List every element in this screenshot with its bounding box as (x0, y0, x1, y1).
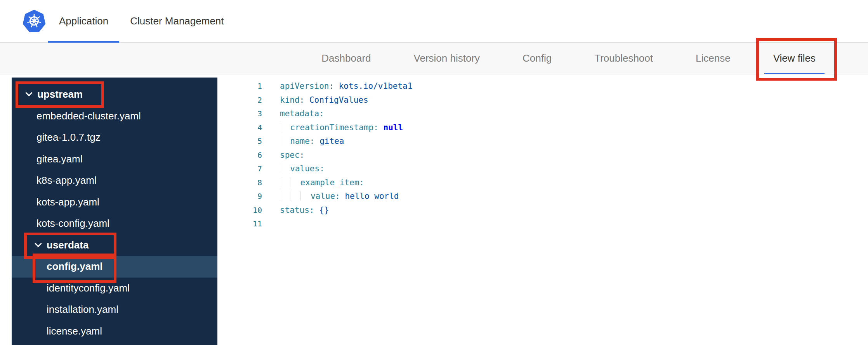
tree-file-k8s-app-yaml[interactable]: k8s-app.yaml (12, 170, 217, 191)
tab-cluster-management[interactable]: Cluster Management (119, 0, 234, 42)
chevron-down-icon (25, 90, 32, 97)
tree-file-gitea-1-0-7-tgz[interactable]: gitea-1.0.7.tgz (12, 127, 217, 148)
chevron-down-icon (35, 240, 42, 247)
yaml-token-key: kind: (280, 95, 304, 105)
line-number: 8 (218, 176, 262, 190)
indent-guide (280, 191, 290, 201)
tree-item-label: identityconfig.yaml (47, 282, 130, 294)
tree-folder-userdata[interactable]: userdata (12, 235, 217, 256)
indent-guide (280, 136, 290, 146)
tree-folder-upstream[interactable]: upstream (12, 84, 217, 105)
indent-guide (280, 178, 290, 187)
line-number: 1 (218, 79, 262, 93)
tree-file-embedded-cluster-yaml[interactable]: embedded-cluster.yaml (12, 105, 217, 127)
tree-item-label: config.yaml (47, 260, 102, 273)
kots-admin-console: ApplicationCluster Management DashboardV… (0, 0, 868, 345)
line-number: 4 (218, 121, 262, 135)
line-number: 7 (218, 162, 262, 176)
code-line-8: 8 example_item: (218, 176, 868, 190)
line-number: 11 (218, 217, 262, 231)
tree-file-config-yaml[interactable]: config.yaml (12, 256, 217, 278)
tree-item-label: gitea-1.0.7.tgz (36, 131, 101, 143)
tree-file-gitea-yaml[interactable]: gitea.yaml (12, 148, 217, 170)
indent-guide (290, 191, 300, 201)
tree-item-label: userdata (47, 239, 89, 251)
code-line-3: 3metadata: (218, 107, 868, 121)
line-number: 3 (218, 107, 262, 121)
line-number: 6 (218, 148, 262, 162)
code-line-10: 10status: {} (218, 204, 868, 217)
indent-guide (290, 178, 300, 187)
code-line-content: metadata: (262, 107, 324, 121)
subnav-item-version-history[interactable]: Version history (392, 43, 502, 74)
line-number: 9 (218, 190, 262, 204)
yaml-token-value: ConfigValues (304, 95, 368, 105)
tree-file-installation-yaml[interactable]: installation.yaml (12, 299, 217, 321)
yaml-token-value: gitea (315, 136, 344, 146)
tree-file-identityconfig-yaml[interactable]: identityconfig.yaml (12, 278, 217, 299)
yaml-token-value: hello world (340, 191, 399, 201)
code-line-11: 11 (218, 217, 868, 231)
tree-file-kots-config-yaml[interactable]: kots-config.yaml (12, 213, 217, 235)
yaml-token-key: creationTimestamp: (290, 123, 378, 132)
subnav-item-config[interactable]: Config (501, 43, 573, 74)
code-line-content: apiVersion: kots.io/v1beta1 (262, 79, 412, 93)
code-area: 1apiVersion: kots.io/v1beta12kind: Confi… (218, 79, 868, 231)
code-line-content: status: {} (262, 204, 329, 217)
line-number: 10 (218, 204, 262, 217)
yaml-token-key: status: (280, 205, 314, 215)
tree-item-label: embedded-cluster.yaml (36, 110, 141, 122)
code-line-content (262, 217, 280, 231)
yaml-token-key: example_item: (300, 178, 364, 187)
indent-guide (300, 191, 311, 201)
yaml-token-value: kots.io/v1beta1 (334, 81, 412, 91)
top-header: ApplicationCluster Management (0, 0, 868, 43)
code-line-content: name: gitea (262, 135, 344, 148)
code-line-content: kind: ConfigValues (262, 93, 368, 107)
yaml-token-value: {} (314, 205, 329, 215)
yaml-token-key: metadata: (280, 109, 324, 118)
file-tree-sidebar: upstreamembedded-cluster.yamlgitea-1.0.7… (12, 78, 217, 345)
app-section-tabs: DashboardVersion historyConfigTroublesho… (0, 43, 868, 74)
subnav-item-troubleshoot[interactable]: Troubleshoot (573, 43, 674, 74)
code-line-content: values: (262, 162, 325, 176)
tree-item-label: kots-app.yaml (36, 196, 99, 208)
tree-item-label: kots-config.yaml (36, 217, 109, 229)
yaml-token-key: value: (311, 191, 340, 201)
yaml-token-key: values: (290, 164, 325, 173)
code-line-content: example_item: (262, 176, 364, 190)
tree-item-label: upstream (37, 88, 83, 100)
code-line-4: 4 creationTimestamp: null (218, 121, 868, 135)
yaml-token-keyword: null (378, 123, 403, 132)
code-line-5: 5 name: gitea (218, 135, 868, 148)
yaml-token-key: name: (290, 136, 314, 146)
primary-tabs: ApplicationCluster Management (48, 0, 235, 42)
code-line-content: spec: (262, 148, 304, 162)
subnav-item-dashboard[interactable]: Dashboard (300, 43, 392, 74)
line-number: 5 (218, 135, 262, 148)
subnav-item-view-files[interactable]: View files (752, 43, 837, 74)
code-line-9: 9 value: hello world (218, 190, 868, 204)
tree-file-license-yaml[interactable]: license.yaml (12, 321, 217, 342)
code-line-2: 2kind: ConfigValues (218, 93, 868, 107)
code-line-6: 6spec: (218, 148, 868, 162)
tree-item-label: license.yaml (47, 325, 102, 337)
indent-guide (280, 164, 290, 173)
tree-item-label: installation.yaml (47, 304, 118, 316)
tab-application[interactable]: Application (48, 0, 119, 42)
yaml-editor[interactable]: 1apiVersion: kots.io/v1beta12kind: Confi… (217, 78, 868, 345)
tree-item-label: k8s-app.yaml (36, 174, 97, 186)
code-line-content: value: hello world (262, 190, 399, 204)
tree-file-kots-app-yaml[interactable]: kots-app.yaml (12, 191, 217, 213)
line-number: 2 (218, 93, 262, 107)
kubernetes-helm-wheel-icon (22, 9, 47, 34)
code-line-1: 1apiVersion: kots.io/v1beta1 (218, 79, 868, 93)
kubernetes-logo-icon (22, 9, 47, 34)
subnav-item-license[interactable]: License (674, 43, 752, 74)
code-line-7: 7 values: (218, 162, 868, 176)
yaml-token-key: apiVersion: (280, 81, 334, 91)
code-line-content: creationTimestamp: null (262, 121, 403, 135)
indent-guide (280, 123, 290, 132)
tree-item-label: gitea.yaml (36, 153, 83, 165)
yaml-token-key: spec: (280, 150, 304, 160)
